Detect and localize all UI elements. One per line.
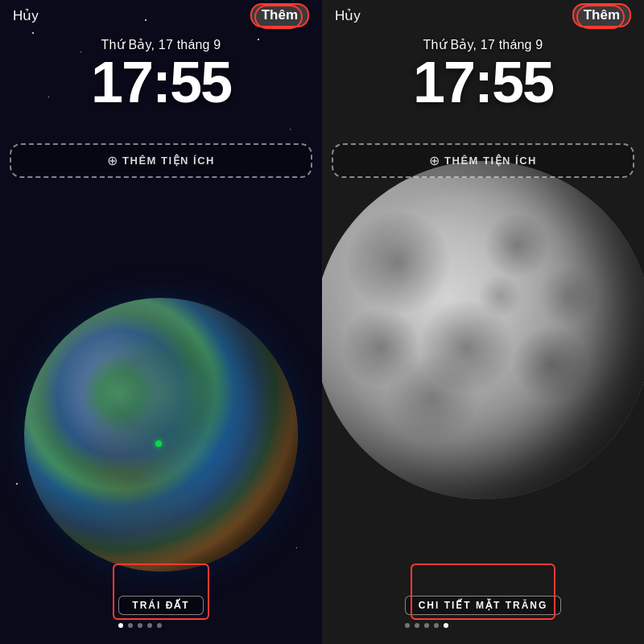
add-widget-label-right: THÊM TIỆN ÍCH	[444, 155, 537, 167]
add-widget-button-right[interactable]: ⊕ THÊM TIỆN ÍCH	[332, 143, 634, 178]
earth-globe	[24, 298, 298, 572]
top-bar-right: Hủy Thêm	[322, 0, 644, 31]
add-widget-button-left[interactable]: ⊕ THÊM TIỆN ÍCH	[10, 143, 312, 178]
earth-lockscreen: Hủy Thêm Thứ Bảy, 17 tháng 9 17:55 ⊕ THÊ…	[0, 0, 322, 644]
moon-globe-container	[322, 161, 644, 499]
add-button-left[interactable]: Thêm	[250, 3, 309, 27]
earth-globe-container	[24, 298, 298, 572]
dot-2	[128, 623, 133, 628]
add-button-right[interactable]: Thêm	[572, 3, 631, 27]
time-right: 17:55	[322, 52, 644, 114]
location-dot	[155, 440, 162, 447]
plus-icon-left: ⊕	[107, 153, 118, 168]
dot-4	[147, 623, 152, 628]
cancel-button-right[interactable]: Hủy	[335, 7, 361, 24]
cancel-button-left[interactable]: Hủy	[13, 7, 39, 24]
dots-row-left	[118, 623, 203, 628]
time-left: 17:55	[0, 52, 322, 114]
bottom-label-right: CHI TIẾT MẶT TRĂNG	[322, 596, 644, 628]
top-bar-left: Hủy Thêm	[0, 0, 322, 31]
bottom-label-left: TRÁI ĐẤT	[0, 596, 322, 628]
rdot-3	[424, 623, 429, 628]
dot-1	[118, 623, 123, 628]
widget-area-left[interactable]: ⊕ THÊM TIỆN ÍCH	[10, 143, 312, 178]
moon-lockscreen: Hủy Thêm Thứ Bảy, 17 tháng 9 17:55 ⊕ THÊ…	[322, 0, 644, 644]
add-widget-label-left: THÊM TIỆN ÍCH	[122, 155, 215, 167]
rdot-5	[444, 623, 448, 628]
rdot-2	[415, 623, 419, 628]
datetime-left: Thứ Bảy, 17 tháng 9 17:55	[0, 31, 322, 114]
dots-row-right	[405, 623, 562, 628]
widget-area-right[interactable]: ⊕ THÊM TIỆN ÍCH	[332, 143, 634, 178]
dot-3	[138, 623, 142, 628]
wallpaper-name-right: CHI TIẾT MẶT TRĂNG	[405, 596, 562, 615]
wallpaper-name-left: TRÁI ĐẤT	[118, 596, 203, 615]
rdot-1	[405, 623, 410, 628]
rdot-4	[434, 623, 439, 628]
moon-globe	[322, 161, 644, 499]
datetime-right: Thứ Bảy, 17 tháng 9 17:55	[322, 31, 644, 114]
dot-5	[157, 623, 162, 628]
plus-icon-right: ⊕	[429, 153, 440, 168]
